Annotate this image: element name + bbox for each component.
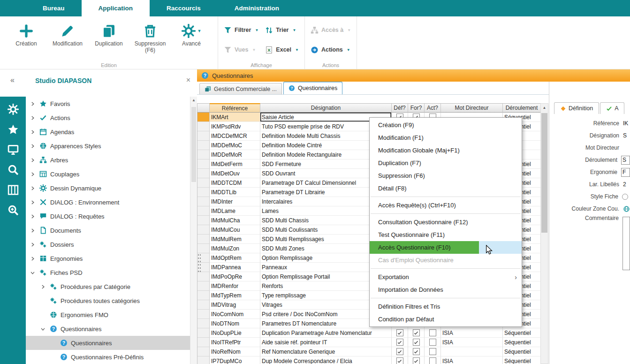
row-selector[interactable] [197, 122, 210, 131]
cell-mot-directeur[interactable]: ISIA [441, 338, 503, 347]
checkbox-cell[interactable] [408, 356, 425, 364]
chevron-collapsed-icon[interactable] [30, 213, 36, 220]
menu-item-suppression-f6[interactable]: Suppression (F6) [370, 169, 522, 182]
tree-item-ergonomies-fmo[interactable]: Ergonomies FMO [26, 308, 190, 322]
checkbox-checked[interactable] [413, 357, 420, 364]
column-header-d-f[interactable]: Déf? [392, 103, 408, 113]
cell-reference[interactable]: IMdTypRem [210, 291, 260, 300]
column-header-for[interactable]: For? [408, 103, 425, 113]
tree-item-fiches-psd[interactable]: Fiches PSD [26, 265, 190, 280]
cell-reference[interactable]: IMdOptRem [210, 253, 260, 263]
chevron-collapsed-icon[interactable] [30, 171, 36, 177]
checkbox-cell[interactable] [392, 338, 408, 347]
tree-item-questionnaires[interactable]: ? Questionnaires [26, 336, 190, 350]
cell-reference[interactable]: IMDDefMoC [210, 141, 260, 150]
cell-deroulement[interactable]: Séquentiel [503, 356, 541, 364]
tree-item-questionnaires-pr-d-finis[interactable]: ? Questionnaires Pré-Définis [26, 350, 190, 364]
panel-tab-a[interactable]: A [600, 102, 624, 114]
suppression-button[interactable]: Suppression (F6) [129, 18, 171, 54]
cell-reference[interactable]: IMdMulCha [210, 216, 260, 225]
tree-scrollbar-thumb[interactable] [191, 107, 196, 182]
cell-designation[interactable]: Duplication Parametrage Autre Nomenclatu… [260, 328, 392, 338]
checkbox-unchecked[interactable] [429, 329, 436, 336]
menu-item-acc-s-requ-te-s-ctrl-f10[interactable]: Accès Requête(s) (Ctrl+F10) [370, 199, 522, 212]
scroll-up-icon[interactable]: ▲ [541, 104, 548, 111]
actions-button[interactable]: Actions ▼ [311, 44, 351, 56]
column-header-r-f-rence[interactable]: Référence [210, 103, 260, 113]
cr-ation-button[interactable]: Création [6, 18, 47, 54]
tree-item-dossiers[interactable]: Dossiers [26, 237, 190, 251]
checkbox-unchecked[interactable] [429, 348, 436, 355]
row-selector[interactable] [197, 281, 210, 291]
cell-reference[interactable]: IMdDetFerm [210, 159, 260, 169]
cell-reference[interactable]: IMDInter [210, 197, 260, 206]
cell-reference[interactable]: IMDCDefMCR [210, 131, 260, 141]
row-selector[interactable] [197, 178, 210, 188]
cell-reference[interactable]: IMDDefMoR [210, 150, 260, 159]
checkbox-checked[interactable] [396, 348, 403, 355]
chevron-collapsed-icon[interactable] [30, 228, 36, 234]
field-input[interactable]: S [621, 156, 630, 165]
cell-reference[interactable]: IMdDetOuv [210, 169, 260, 178]
tree-item-documents[interactable]: Documents [26, 223, 190, 237]
tree-item-apparences-styles[interactable]: Apparences Styles [26, 139, 190, 153]
chevron-collapsed-icon[interactable] [30, 101, 36, 107]
chevron-collapsed-icon[interactable] [30, 129, 36, 135]
cell-reference[interactable]: INoDupPLie [210, 328, 260, 338]
cell-reference[interactable]: INoITRefPtr [210, 338, 260, 347]
zoom-icon[interactable] [7, 204, 19, 216]
chevron-expanded-icon[interactable] [30, 270, 36, 276]
ribbon-tab-administration[interactable]: Administration [218, 0, 296, 16]
cell-reference[interactable]: INoComNom [210, 310, 260, 319]
checkbox-checked[interactable] [396, 339, 403, 346]
column-header-d-signation[interactable]: Désignation [260, 103, 392, 113]
checkbox-cell[interactable] [425, 347, 441, 356]
cell-deroulement[interactable]: Séquentiel [503, 338, 541, 347]
radio-icon[interactable] [622, 194, 628, 200]
excel-button[interactable]: X Excel ▼ [265, 44, 299, 56]
tab-questionnaires[interactable]: ? Questionnaires [283, 82, 342, 94]
field-value[interactable]: S [623, 132, 630, 139]
trier-button[interactable]: Trier ▼ [265, 24, 299, 36]
row-selector[interactable] [197, 310, 210, 319]
tree-item-dialog-requ-tes[interactable]: DIALOG : Requêtes [26, 209, 190, 223]
menu-item-cas-d-emploi-questionnaire[interactable]: Cas d'Emploi Questionnaire [370, 254, 522, 266]
row-selector[interactable] [197, 131, 210, 141]
desktop-icon[interactable] [7, 144, 19, 156]
table-scrollbar[interactable]: ▲ [540, 103, 548, 364]
row-selector[interactable] [197, 300, 210, 310]
cell-reference[interactable]: IMDDTLib [210, 188, 260, 197]
tree-item-dessin-dynamique[interactable]: Dessin Dynamique [26, 181, 190, 195]
menu-item-importation-de-donn-es[interactable]: Importation de Données [370, 283, 522, 296]
tree-item-agendas[interactable]: Agendas [26, 125, 190, 139]
chevron-collapsed-icon[interactable] [30, 143, 36, 149]
menu-item-d-finition-filtres-et-tris[interactable]: Définition Filtres et Tris [370, 300, 522, 313]
cell-reference[interactable]: IKMArt [210, 113, 260, 122]
cell-reference[interactable]: IP7DupMCo [210, 356, 260, 364]
checkbox-cell[interactable] [392, 347, 408, 356]
chevron-collapsed-icon[interactable] [40, 284, 46, 290]
checkbox-cell[interactable] [408, 347, 425, 356]
column-header-mot-directeur[interactable]: Mot Directeur [441, 103, 503, 113]
row-selector[interactable] [197, 225, 210, 235]
tree-item-favoris[interactable]: Favoris [26, 97, 190, 111]
tree-item-proc-dures-par-cat-gorie[interactable]: Procédures par Catégorie [26, 280, 190, 294]
cell-designation[interactable]: Dup Modele Correspondance / Elcia [260, 356, 392, 364]
cell-designation[interactable]: Aide saisie réf. pointeur IT [260, 338, 392, 347]
cell-deroulement[interactable]: Séquentiel [503, 328, 541, 338]
tree-scrollbar[interactable]: ▲ [190, 97, 197, 364]
tree-item-arbres[interactable]: Arbres [26, 153, 190, 167]
menu-item-acc-s-questionnaire-f10[interactable]: Accès Questionnaire (F10) [370, 241, 522, 254]
checkbox-checked[interactable] [413, 348, 420, 355]
cell-reference[interactable]: IMdMulZon [210, 244, 260, 253]
collapse-sidebar-button[interactable]: « [10, 76, 15, 84]
row-selector[interactable] [197, 150, 210, 159]
row-selector[interactable] [197, 216, 210, 225]
row-selector[interactable] [197, 338, 210, 347]
cell-mot-directeur[interactable]: ISIA [441, 328, 503, 338]
row-selector[interactable] [197, 188, 210, 197]
ribbon-tab-raccourcis[interactable]: Raccourcis [150, 0, 218, 16]
filtrer-button[interactable]: Filtrer ▼ [224, 24, 258, 36]
cell-reference[interactable]: INoDTNom [210, 319, 260, 328]
menu-item-duplication-f7[interactable]: Duplication (F7) [370, 157, 522, 169]
